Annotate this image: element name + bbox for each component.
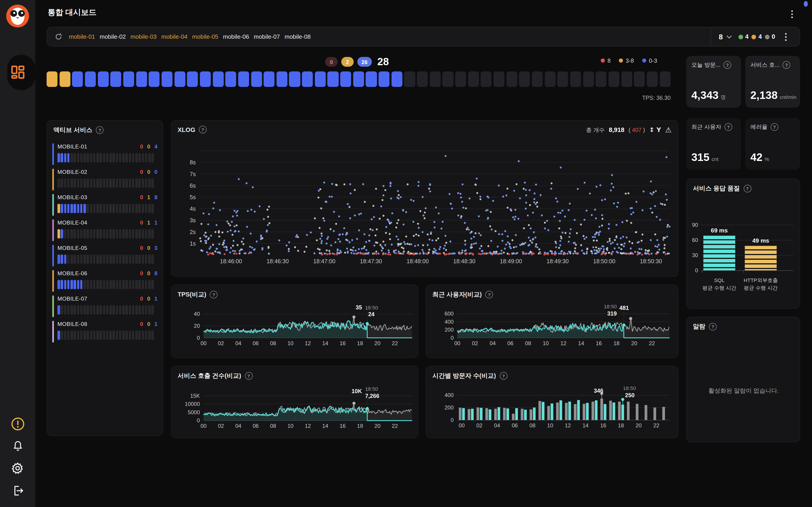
card-users-chart[interactable]: 020040060000020406081012141618202218:504… [426,285,679,358]
activity-bar [83,331,86,340]
traffic-block [110,71,121,87]
svg-text:14: 14 [322,423,328,429]
agent-count-selector[interactable]: 8 440 [711,27,800,46]
agent-mobile-05[interactable]: mobile-05 [192,34,218,40]
svg-text:8s: 8s [190,159,196,165]
whatap-logo[interactable] [0,4,35,28]
stat-card-recent-users: 최근 사용자? 315cnt [686,118,741,170]
agent-mobile-07[interactable]: mobile-07 [254,34,280,40]
sidebar-item-logout[interactable] [0,484,35,497]
svg-text:400: 400 [445,319,454,325]
total-active-count: 28 [377,56,389,68]
svg-text:10K: 10K [352,388,362,394]
service-quality-panel: 서비스 응답 품질? 030609069 msSQL평균 수행 시간49 msH… [686,179,800,309]
sidebar-item-dashboard[interactable] [0,65,35,79]
activity-bar [148,204,151,213]
agent-mobile-06[interactable]: mobile-06 [223,34,249,40]
sidebar-item-notifications[interactable] [0,440,35,453]
activity-bar [135,229,138,238]
card-calls-chart[interactable]: 050001000015K00020406081012141618202210K… [171,366,419,439]
svg-text:06: 06 [253,423,259,429]
agent-mobile-02[interactable]: mobile-02 [100,34,126,40]
activity-bar [61,331,63,340]
activity-bar [122,153,124,163]
activity-bar [116,255,118,264]
activity-bar [113,229,115,238]
agent-list: mobile-01mobile-02mobile-03mobile-04mobi… [54,27,311,46]
agent-mobile-04[interactable]: mobile-04 [161,34,187,40]
activity-bar [132,229,134,238]
traffic-block [327,71,339,87]
traffic-block [647,71,657,87]
svg-text:5000: 5000 [188,409,200,415]
svg-text:10: 10 [543,340,549,346]
stat-value: 315 [691,151,709,163]
help-icon[interactable]: ? [724,123,732,131]
stat-label: 서비스 호... [750,61,779,69]
activity-bar [93,305,96,315]
card-tps-chart[interactable]: 020400002040608101214161820223518:5024 [171,285,419,358]
svg-text:18:46:00: 18:46:00 [220,258,242,264]
activity-bar [73,204,76,213]
sidebar-item-alert[interactable] [0,417,35,431]
activity-bar [70,204,73,213]
activity-bar [109,179,112,188]
traffic-block [161,71,172,87]
activity-bar [139,331,141,340]
activity-bar [135,331,138,340]
activity-bar [132,255,134,264]
agent-mobile-03[interactable]: mobile-03 [131,34,157,40]
svg-text:10: 10 [547,422,553,429]
page-menu-kebab-icon[interactable] [789,8,795,20]
svg-text:22: 22 [392,340,398,346]
activity-bar [58,331,60,340]
svg-text:0: 0 [695,267,698,273]
service-accent [52,194,54,216]
status-dot-group: 4 [739,33,749,40]
selector-kebab-icon[interactable] [783,31,789,43]
tps-compare-panel: TPS(비교)? 0204000020406081012141618202235… [171,284,418,358]
service-activity-bars [58,204,154,213]
traffic-block [340,71,351,87]
help-icon[interactable]: ? [724,61,731,69]
activity-bar [135,153,138,163]
activity-bar [93,255,96,264]
quality-bar-chart[interactable]: 030609069 msSQL평균 수행 시간49 msHTTP외부호출평균 수… [687,179,801,309]
service-name: MOBILE-08 [58,321,88,327]
alarm-empty-message: 활성화된 알람이 없습니다. [687,387,801,395]
traffic-block [481,71,492,87]
help-icon[interactable]: ? [709,323,717,331]
activity-bar [67,255,70,264]
visitors-bar-chart[interactable]: 020040000020406081012141618202234618:502… [426,366,679,439]
traffic-block [391,71,402,87]
svg-text:02: 02 [472,340,478,346]
activity-bar [125,331,128,340]
svg-text:12: 12 [565,422,571,429]
activity-bar [58,255,60,264]
traffic-blocks[interactable] [47,71,671,87]
help-icon[interactable]: ? [96,126,104,134]
page-title: 통합 대시보드 [48,8,96,17]
traffic-block [47,71,58,87]
svg-text:0: 0 [197,417,200,424]
service-counts: 003 [140,245,157,251]
agent-mobile-01[interactable]: mobile-01 [69,34,95,40]
agent-mobile-08[interactable]: mobile-08 [285,34,311,40]
xlog-scatter-chart[interactable]: 1s2s3s4s5s6s7s8s18:46:0018:46:3018:47:00… [171,121,679,278]
svg-text:08: 08 [270,340,276,346]
activity-bar [125,305,128,315]
activity-bar [139,204,141,213]
status-dot-group: 0 [765,33,775,40]
help-icon[interactable]: ? [770,123,778,131]
activity-bar [122,305,124,315]
activity-bar [61,153,63,163]
sidebar-item-settings[interactable] [0,461,35,475]
activity-bar [90,331,92,340]
svg-text:SQL: SQL [714,277,724,283]
activity-bar [99,305,102,315]
svg-text:5s: 5s [190,194,196,200]
help-icon[interactable]: ? [782,61,790,69]
activity-bar [148,229,151,238]
activity-bar [142,229,144,238]
refresh-icon[interactable] [54,33,63,41]
